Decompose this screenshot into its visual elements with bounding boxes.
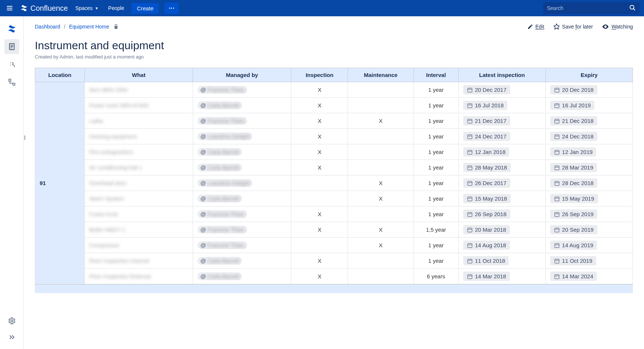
calendar-icon xyxy=(554,274,560,279)
date-chip[interactable]: 12 Jan 2018 xyxy=(463,147,509,157)
date-chip[interactable]: 28 Dec 2018 xyxy=(550,178,597,188)
date-chip[interactable]: 20 Dec 2018 xyxy=(550,85,597,94)
nav-people-label: People xyxy=(108,5,125,11)
sidebar-tree-icon[interactable] xyxy=(4,75,19,90)
inspection-cell xyxy=(291,238,348,253)
date-chip[interactable]: 20 Sep 2019 xyxy=(550,225,597,234)
user-mention[interactable]: @Leandros Delight xyxy=(197,179,253,187)
search-input[interactable] xyxy=(547,5,629,11)
user-mention[interactable]: @Carla Barrett xyxy=(197,272,242,280)
save-for-later-action[interactable]: Save for later xyxy=(553,23,593,30)
breadcrumb-equipment-home[interactable]: Equipment Home xyxy=(69,24,109,30)
date-chip[interactable]: 14 Mar 2018 xyxy=(463,272,510,281)
date-chip[interactable]: 12 Jan 2019 xyxy=(550,147,597,157)
calendar-icon xyxy=(554,242,560,248)
user-mention[interactable]: @Carla Barrett xyxy=(197,195,242,202)
svg-point-14 xyxy=(11,320,13,322)
managed-by-cell: @Carla Barrett xyxy=(193,269,291,284)
nav-people[interactable]: People xyxy=(106,5,127,11)
col-inspection[interactable]: Inspection xyxy=(291,68,348,82)
restrictions-icon[interactable] xyxy=(113,24,119,30)
col-maintenance[interactable]: Maintenance xyxy=(348,68,414,82)
date-chip[interactable]: 20 Mar 2018 xyxy=(463,225,510,234)
col-what[interactable]: What xyxy=(84,68,193,82)
chevron-down-icon: ▼ xyxy=(95,6,99,10)
sidebar-expand-icon[interactable] xyxy=(4,330,19,345)
date-chip[interactable]: 15 May 2018 xyxy=(463,194,511,203)
svg-rect-85 xyxy=(555,212,559,217)
inspection-cell: X xyxy=(291,222,348,238)
user-mention[interactable]: @Francine Thies xyxy=(197,117,247,125)
sidebar-blog-icon[interactable] xyxy=(4,57,19,72)
col-managed-by[interactable]: Managed by xyxy=(193,68,291,82)
sidebar-resize-handle[interactable]: || xyxy=(24,135,25,140)
date-chip[interactable]: 14 Mar 2024 xyxy=(550,272,597,281)
date-chip[interactable]: 28 May 2018 xyxy=(463,163,511,172)
latest-inspection-cell: 20 Mar 2018 xyxy=(458,222,545,238)
date-chip[interactable]: 16 Jul 2018 xyxy=(463,101,508,110)
date-chip[interactable]: 15 May 2019 xyxy=(550,194,598,203)
user-mention[interactable]: @Carla Barrett xyxy=(197,148,242,156)
managed-by-cell: @Francine Thies xyxy=(193,207,291,222)
date-chip[interactable]: 28 Mar 2019 xyxy=(550,163,597,172)
create-more-button[interactable] xyxy=(165,3,179,14)
date-chip[interactable]: 14 Aug 2018 xyxy=(463,241,510,250)
user-mention[interactable]: @Francine Thies xyxy=(197,86,247,94)
date-chip[interactable]: 16 Jul 2019 xyxy=(550,101,595,110)
nav-spaces[interactable]: Spaces ▼ xyxy=(73,5,101,11)
confluence-logo[interactable]: Confluence xyxy=(20,4,68,13)
user-mention[interactable]: @Francine Thies xyxy=(197,241,247,249)
search-box[interactable] xyxy=(543,2,640,14)
col-interval[interactable]: Interval xyxy=(414,68,458,82)
user-mention[interactable]: @Leandros Delight xyxy=(197,132,253,140)
date-chip[interactable]: 26 Dec 2017 xyxy=(463,178,510,188)
calendar-icon xyxy=(554,196,560,202)
watching-action[interactable]: Watching xyxy=(602,23,633,30)
sidebar-pages-icon[interactable] xyxy=(4,39,19,54)
date-chip[interactable]: 14 Aug 2019 xyxy=(550,241,597,250)
date-chip[interactable]: 24 Dec 2018 xyxy=(550,132,597,141)
user-mention[interactable]: @Carla Barrett xyxy=(197,164,242,171)
watching-label: Watching xyxy=(611,24,633,30)
app-switcher-icon[interactable] xyxy=(4,3,15,13)
what-cell: Lathe xyxy=(84,113,193,129)
expiry-cell: 26 Sep 2019 xyxy=(545,207,633,222)
inspection-cell: X xyxy=(291,207,348,222)
calendar-icon xyxy=(554,227,560,233)
breadcrumb-dashboard[interactable]: Dashboard xyxy=(35,24,60,30)
sidebar-settings-icon[interactable] xyxy=(4,313,19,328)
col-latest[interactable]: Latest inspection xyxy=(458,68,545,82)
date-chip[interactable]: 21 Dec 2018 xyxy=(550,116,597,125)
sidebar-confluence-icon[interactable] xyxy=(4,21,19,36)
date-chip[interactable]: 11 Oct 2019 xyxy=(550,256,596,265)
user-mention[interactable]: @Francine Thies xyxy=(197,226,247,234)
user-mention[interactable]: @Carla Barrett xyxy=(197,257,242,265)
col-expiry[interactable]: Expiry xyxy=(545,68,633,82)
expiry-cell: 28 Mar 2019 xyxy=(545,160,633,175)
edit-action[interactable]: Edit xyxy=(527,24,544,30)
calendar-icon xyxy=(554,149,560,155)
svg-rect-21 xyxy=(555,88,559,92)
date-chip[interactable]: 26 Sep 2019 xyxy=(550,209,597,219)
date-chip[interactable]: 20 Dec 2017 xyxy=(463,85,510,94)
user-mention[interactable]: @Carla Barrett xyxy=(197,101,242,109)
calendar-icon xyxy=(554,211,560,217)
calendar-icon xyxy=(554,165,560,171)
latest-inspection-cell: 26 Sep 2018 xyxy=(458,207,545,222)
inspection-cell: X xyxy=(291,269,348,284)
table-row: Compressor@Francine ThiesX1 year14 Aug 2… xyxy=(35,238,633,253)
inspection-cell: X xyxy=(291,113,348,129)
user-mention[interactable]: @Francine Thies xyxy=(197,210,247,218)
date-chip[interactable]: 11 Oct 2018 xyxy=(463,256,509,265)
col-location[interactable]: Location xyxy=(35,68,85,82)
date-chip[interactable]: 21 Dec 2017 xyxy=(463,116,510,125)
expiry-cell: 20 Dec 2018 xyxy=(545,82,633,98)
date-chip[interactable]: 24 Dec 2017 xyxy=(463,132,510,141)
create-button[interactable]: Create xyxy=(132,3,159,14)
latest-inspection-cell: 14 Mar 2018 xyxy=(458,269,545,284)
interval-cell: 1 year xyxy=(414,238,458,253)
latest-inspection-cell: 20 Dec 2017 xyxy=(458,82,545,98)
date-chip[interactable]: 26 Sep 2018 xyxy=(463,209,510,219)
svg-rect-45 xyxy=(555,135,559,139)
breadcrumb: Dashboard / Equipment Home Edit Save for… xyxy=(35,23,633,30)
